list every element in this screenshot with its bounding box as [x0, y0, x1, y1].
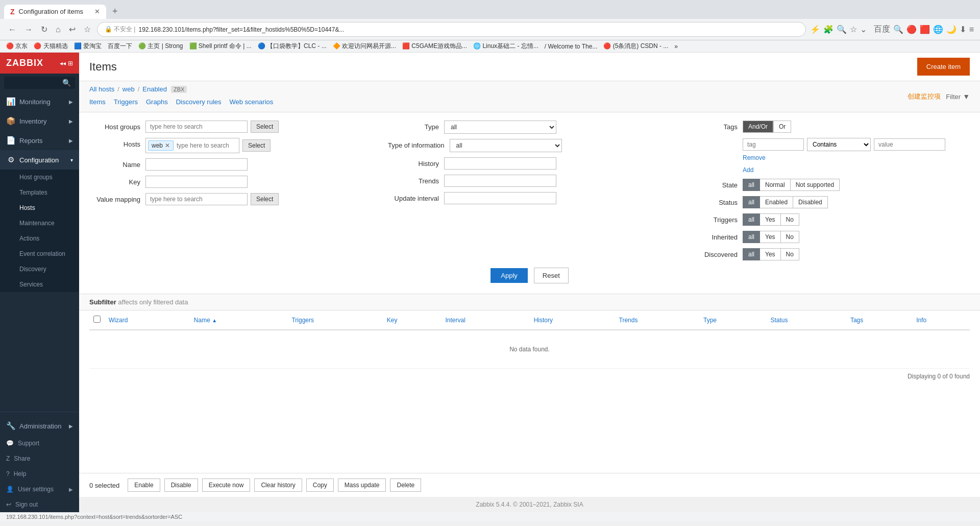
apply-btn[interactable]: Apply [491, 268, 528, 283]
sidebar-item-monitoring[interactable]: 📊 Monitoring ▶ [0, 92, 79, 111]
triggers-all-btn[interactable]: all [743, 213, 760, 226]
bookmark-item[interactable]: 百度一下 [108, 42, 132, 51]
copy-btn[interactable]: Copy [306, 479, 334, 492]
reload-btn[interactable]: ↻ [39, 22, 50, 36]
sidebar-sub-item-eventcorrelation[interactable]: Event correlation [0, 246, 79, 261]
table-col-wizard[interactable]: Wizard [105, 310, 190, 330]
bookmark-item[interactable]: 🟥 C5GAME游戏饰品... [402, 42, 467, 51]
search-icon[interactable]: 🔍 [837, 25, 847, 34]
inherited-yes-btn[interactable]: Yes [760, 231, 781, 243]
select-all-checkbox[interactable] [93, 316, 101, 323]
bookmark-item[interactable]: 🟦 爱淘宝 [74, 42, 102, 51]
forward-btn[interactable]: → [22, 23, 35, 36]
inherited-no-btn[interactable]: No [781, 231, 799, 243]
inherited-all-btn[interactable]: all [743, 231, 760, 243]
typeofinfo-select[interactable]: all Numeric (unsigned) Numeric (float) C… [450, 139, 562, 152]
sidebar-sub-item-services[interactable]: Services [0, 277, 79, 292]
tag-value-input[interactable] [874, 138, 945, 151]
bookmark-item[interactable]: 🔴 天猫精选 [34, 42, 67, 51]
bookmark-item[interactable]: 🔴 京东 [6, 42, 28, 51]
night-icon[interactable]: 🌙 [946, 25, 957, 34]
table-col-history[interactable]: History [530, 310, 615, 330]
sidebar-item-configuration[interactable]: ⚙ Configuration ▾ [0, 150, 79, 170]
extension2-icon[interactable]: 🟥 [920, 25, 930, 34]
logo-collapse-icon[interactable]: ◂◂ [60, 60, 66, 67]
triggers-yes-btn[interactable]: Yes [760, 213, 781, 226]
table-col-type[interactable]: Type [699, 310, 766, 330]
state-notsupported-btn[interactable]: Not supported [791, 179, 840, 191]
table-col-name[interactable]: Name ▲ [190, 310, 288, 330]
browser-tab[interactable]: Z Configuration of items ✕ [4, 5, 106, 19]
extension3-icon[interactable]: 🌐 [933, 25, 943, 34]
status-enabled-btn[interactable]: Enabled [760, 196, 793, 208]
sidebar-sub-item-templates[interactable]: Templates [0, 185, 79, 200]
sidebar-item-reports[interactable]: 📄 Reports ▶ [0, 131, 79, 150]
table-col-tags[interactable]: Tags [846, 310, 912, 330]
logo-expand-icon[interactable]: ⊞ [68, 60, 73, 67]
hostgroups-select-btn[interactable]: Select [251, 121, 279, 133]
menu-icon[interactable]: ≡ [969, 25, 974, 34]
sidebar-search-input[interactable] [8, 79, 62, 86]
discovered-yes-btn[interactable]: Yes [760, 248, 781, 260]
create-monitor-link[interactable]: 创建监控项 [908, 92, 941, 101]
home-btn[interactable]: ⌂ [54, 23, 63, 36]
extensions-icon[interactable]: 🧩 [823, 25, 834, 34]
sidebar-sub-item-actions[interactable]: Actions [0, 231, 79, 246]
type-select[interactable]: all Zabbix agent Zabbix agent (active) S… [444, 121, 556, 134]
valuemapping-input[interactable] [145, 193, 248, 205]
status-all-btn[interactable]: all [743, 196, 760, 208]
search-input-icon[interactable]: 🔍 [893, 25, 903, 34]
hosts-select-btn[interactable]: Select [242, 139, 271, 152]
or-btn[interactable]: Or [773, 121, 791, 133]
disable-btn[interactable]: Disable [164, 479, 198, 492]
bookmark-btn[interactable]: ☆ [82, 22, 93, 36]
create-item-button[interactable]: Create item [917, 58, 970, 76]
mass-update-btn[interactable]: Mass update [338, 479, 386, 492]
breadcrumb-enabled[interactable]: Enabled [142, 85, 167, 93]
back-btn[interactable]: ← [6, 23, 18, 36]
name-input[interactable] [145, 158, 248, 171]
bookmark-item[interactable]: 🔵 【口袋教学】CLC - ... [258, 42, 327, 51]
lightning-icon[interactable]: ⚡ [810, 25, 820, 34]
hosts-tag-remove-icon[interactable]: ✕ [165, 142, 170, 149]
bookmark-item[interactable]: 🟢 主页 | Strong [138, 42, 183, 51]
trends-input[interactable] [444, 175, 556, 187]
enable-btn[interactable]: Enable [128, 479, 160, 492]
new-tab-btn[interactable]: + [108, 4, 122, 19]
sidebar-sub-item-discovery[interactable]: Discovery [0, 261, 79, 277]
sidebar-sub-item-hostgroups[interactable]: Host groups [0, 170, 79, 185]
valuemapping-select-btn[interactable]: Select [251, 193, 279, 205]
bookmark-item[interactable]: 🔶 欢迎访问网易开源... [333, 42, 396, 51]
sidebar-search[interactable]: 🔍 [4, 77, 75, 89]
bookmark-item[interactable]: 🟩 Shell printf 命令 | ... [189, 42, 252, 51]
key-input[interactable] [145, 176, 248, 188]
download-icon[interactable]: ⬇ [960, 25, 966, 34]
history-input[interactable] [444, 157, 556, 170]
table-col-trends[interactable]: Trends [615, 310, 699, 330]
sidebar-item-inventory[interactable]: 📦 Inventory ▶ [0, 111, 79, 131]
star-icon[interactable]: ☆ [850, 25, 857, 34]
tab-close-btn[interactable]: ✕ [94, 8, 100, 15]
tab-graphs[interactable]: Graphs [146, 96, 168, 108]
filter-icon[interactable]: ▼ [963, 92, 970, 101]
tag-remove-link[interactable]: Remove [743, 154, 766, 161]
delete-btn[interactable]: Delete [390, 479, 421, 492]
sidebar-item-signout[interactable]: ↩ Sign out [0, 497, 79, 512]
sidebar-sub-item-hosts[interactable]: Hosts [0, 200, 79, 216]
hostgroups-input[interactable] [145, 121, 248, 133]
sidebar-item-usersettings[interactable]: 👤 User settings ▶ [0, 482, 79, 497]
table-col-interval[interactable]: Interval [442, 310, 530, 330]
reset-btn[interactable]: Reset [534, 268, 569, 283]
tab-triggers[interactable]: Triggers [114, 96, 138, 108]
bookmark-item[interactable]: 🌐 Linux基础二 - 忘情... [473, 42, 538, 51]
table-col-status[interactable]: Status [766, 310, 846, 330]
address-bar[interactable]: 🔒 不安全 | 192.168.230.101/items.php?filter… [97, 22, 806, 37]
discovered-no-btn[interactable]: No [781, 248, 799, 260]
dropdown-icon[interactable]: ⌄ [860, 25, 867, 34]
bookmark-item[interactable]: 🔴 (5条消息) CSDN - ... [603, 42, 668, 51]
triggers-no-btn[interactable]: No [781, 213, 799, 226]
table-col-key[interactable]: Key [383, 310, 442, 330]
breadcrumb-allhosts[interactable]: All hosts [89, 85, 114, 93]
tag-contains-select[interactable]: Contains Equals Does not contain Does no… [807, 138, 871, 151]
hosts-search-input[interactable] [176, 140, 237, 151]
